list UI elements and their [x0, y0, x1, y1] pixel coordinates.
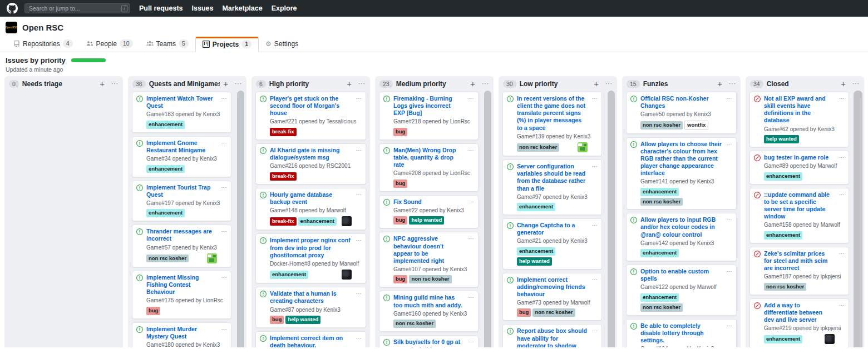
issue-card[interactable]: Silk buy/sells for 0 gp at varrock cloth… [379, 335, 479, 347]
issue-card[interactable]: Al Kharid gate is missing dialogue/syste… [255, 143, 366, 185]
issue-title-link[interactable]: Validate that a human is creating charac… [270, 290, 351, 305]
issue-card[interactable]: Official RSC non-Kosher Changes···Game#5… [626, 92, 737, 134]
issue-card[interactable]: Implement Missing Fishing Contest Behavi… [132, 271, 231, 319]
issue-title-link[interactable]: Thrander messages are incorrect [146, 228, 216, 242]
issue-title-link[interactable]: Official RSC non-Kosher Changes [640, 95, 722, 109]
card-menu-button[interactable]: ··· [589, 222, 598, 229]
card-menu-button[interactable]: ··· [353, 290, 362, 297]
issue-card[interactable]: Firemaking - Burning Logs gives incorrec… [379, 92, 479, 140]
card-menu-button[interactable]: ··· [353, 95, 362, 102]
issue-card[interactable]: Change Captcha to a generator···Game#21 … [502, 218, 602, 269]
add-card-button[interactable]: + [347, 79, 352, 88]
issue-card[interactable]: Allow players to choose their character'… [626, 137, 737, 210]
add-card-button[interactable]: + [841, 79, 846, 88]
card-menu-button[interactable]: ··· [353, 335, 362, 342]
issue-title-link[interactable]: Implement Gnome Restaurant Minigame [146, 139, 216, 154]
issue-card[interactable]: Zeke's scimitar prices for steel and mit… [749, 247, 849, 295]
issue-title-link[interactable]: Implement correct adding/removing friend… [517, 276, 587, 298]
issue-card[interactable]: Implement correct adding/removing friend… [502, 273, 602, 321]
card-menu-button[interactable]: ··· [218, 95, 227, 102]
column-menu-button[interactable]: ··· [852, 81, 860, 87]
issue-title-link[interactable]: Zeke's scimitar prices for steel and mit… [764, 250, 834, 272]
tab-teams[interactable]: Teams5 [140, 37, 195, 52]
card-menu-button[interactable]: ··· [465, 147, 474, 154]
issue-title-link[interactable]: Implement Tourist Trap Quest [146, 184, 216, 198]
card-menu-button[interactable]: ··· [353, 191, 362, 198]
card-menu-button[interactable]: ··· [353, 237, 362, 244]
add-card-button[interactable]: + [223, 79, 228, 88]
issue-title-link[interactable]: ::update command able to be set a specif… [764, 191, 834, 221]
tab-repositories[interactable]: Repositories4 [7, 37, 80, 52]
issue-title-link[interactable]: bug tester in-game role [764, 154, 834, 161]
card-menu-button[interactable]: ··· [465, 198, 474, 206]
issue-title-link[interactable]: Allow players to input RGB and/or hex co… [640, 216, 722, 238]
card-menu-button[interactable]: ··· [723, 141, 732, 148]
card-menu-button[interactable]: ··· [723, 95, 732, 102]
issue-card[interactable]: bug tester in-game role···Game#89 opened… [749, 151, 849, 185]
tab-projects[interactable]: Projects1 [195, 37, 259, 52]
column-menu-button[interactable]: ··· [729, 81, 736, 87]
issue-title-link[interactable]: Option to enable custom spells [640, 268, 722, 282]
card-menu-button[interactable]: ··· [218, 139, 227, 147]
search-input[interactable]: Search or jump to... / [24, 3, 130, 13]
nav-link-pull-requests[interactable]: Pull requests [139, 4, 183, 12]
issue-title-link[interactable]: Change Captcha to a generator [517, 222, 587, 236]
card-menu-button[interactable]: ··· [465, 294, 474, 301]
card-menu-button[interactable]: ··· [465, 95, 474, 102]
issue-card[interactable]: Implement Tourist Trap Quest···Game#197 … [132, 181, 231, 222]
card-menu-button[interactable]: ··· [218, 274, 227, 281]
issue-card[interactable]: Add a way to differentiate between dev a… [749, 298, 849, 348]
card-menu-button[interactable]: ··· [723, 268, 732, 275]
issue-title-link[interactable]: Hourly game database backup event [270, 191, 351, 206]
card-menu-button[interactable]: ··· [353, 147, 362, 154]
add-card-button[interactable]: + [470, 79, 475, 88]
issue-card[interactable]: Implement Gnome Restaurant Minigame···Ga… [132, 136, 231, 177]
card-menu-button[interactable]: ··· [836, 250, 845, 257]
column-scrollbar[interactable] [854, 91, 862, 347]
issue-title-link[interactable]: Man(Men) Wrong Drop table, quantity & dr… [393, 147, 463, 168]
card-menu-button[interactable]: ··· [465, 235, 474, 242]
card-menu-button[interactable]: ··· [589, 276, 598, 283]
column-scrollbar[interactable] [608, 91, 615, 347]
issue-title-link[interactable]: NPC aggressive behaviour doesn't appear … [393, 235, 463, 265]
issue-card[interactable]: Mining guild mine has too much mith and … [379, 291, 479, 332]
issue-card[interactable]: Not all EXP award and skill events have … [749, 92, 849, 147]
issue-title-link[interactable]: Fix Sound [393, 198, 463, 206]
issue-card[interactable]: Allow players to input RGB and/or hex co… [626, 213, 737, 261]
tab-people[interactable]: People10 [80, 37, 140, 52]
project-title[interactable]: Issues by priority [6, 56, 66, 64]
issue-title-link[interactable]: Firemaking - Burning Logs gives incorrec… [393, 95, 463, 117]
org-avatar[interactable]: Open RSC [6, 22, 17, 33]
card-menu-button[interactable]: ··· [465, 338, 474, 346]
issue-card[interactable]: Implement correct item on death behaviou… [255, 331, 366, 347]
card-menu-button[interactable]: ··· [218, 184, 227, 191]
tab-settings[interactable]: ⚙Settings [259, 37, 305, 52]
column-menu-button[interactable]: ··· [358, 81, 366, 87]
issue-card[interactable]: ::update command able to be set a specif… [749, 188, 849, 243]
issue-card[interactable]: Thrander messages are incorrect···Game#5… [132, 225, 231, 267]
issue-card[interactable]: Be able to completely disable lottery th… [626, 319, 737, 347]
issue-card[interactable]: Implement proper nginx conf from dev int… [255, 233, 366, 283]
issue-card[interactable]: Hourly game database backup event···Game… [255, 188, 366, 231]
issue-card[interactable]: Man(Men) Wrong Drop table, quantity & dr… [379, 143, 479, 192]
add-card-button[interactable]: + [717, 79, 722, 88]
card-menu-button[interactable]: ··· [836, 302, 845, 309]
card-menu-button[interactable]: ··· [589, 163, 598, 170]
issue-title-link[interactable]: Implement Missing Fishing Contest Behavi… [146, 274, 216, 296]
issue-title-link[interactable]: Allow players to choose their character'… [640, 141, 722, 177]
issue-title-link[interactable]: Silk buy/sells for 0 gp at varrock cloth… [393, 338, 463, 347]
issue-card[interactable]: Implement Murder Mystery Quest···Game#18… [132, 322, 231, 347]
card-menu-button[interactable]: ··· [723, 216, 732, 223]
issue-title-link[interactable]: Be able to completely disable lottery th… [640, 322, 722, 344]
issue-title-link[interactable]: Implement proper nginx conf from dev int… [270, 237, 351, 258]
column-scrollbar[interactable] [237, 91, 244, 347]
issue-title-link[interactable]: Al Kharid gate is missing dialogue/syste… [270, 147, 351, 161]
issue-title-link[interactable]: In recent versions of the client the gam… [517, 95, 587, 132]
add-card-button[interactable]: + [100, 79, 105, 88]
issue-card[interactable]: Report abuse box should have ability for… [502, 324, 602, 347]
issue-title-link[interactable]: Implement Murder Mystery Quest [146, 326, 216, 340]
issue-card[interactable]: Implement Watch Tower Quest···Game#183 o… [132, 92, 231, 133]
card-menu-button[interactable]: ··· [836, 95, 845, 102]
issue-title-link[interactable]: Player's get stuck on the second floor o… [270, 95, 351, 117]
issue-card[interactable]: Fix Sound···Game#22 opened by Kenix3bugh… [379, 195, 479, 229]
